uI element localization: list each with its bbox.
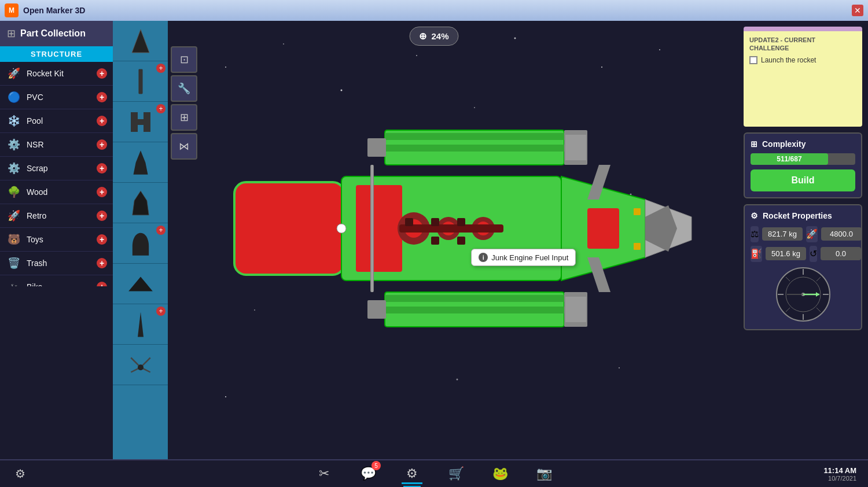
part-item-bike[interactable]: 🚲 Bike + xyxy=(0,275,113,286)
svg-rect-33 xyxy=(565,135,586,160)
rotation-icon: ↺ xyxy=(810,246,817,262)
date-display: 10/7/2021 xyxy=(823,475,856,482)
grid-icon: ⊞ xyxy=(7,27,16,40)
pool-icon: ❄️ xyxy=(6,113,22,129)
rocket-properties-panel: ⚙ Rocket Properties ⚖ 821.7 kg 🚀 4800.0 … xyxy=(744,204,862,330)
part-item-trash[interactable]: 🗑️ Trash + xyxy=(0,252,113,275)
main-area: ⊞ Part Collection STRUCTURE 🚀 Rocket Kit… xyxy=(0,21,868,459)
add-rocket-kit-button[interactable]: + xyxy=(97,68,107,79)
structure-tab[interactable]: STRUCTURE xyxy=(0,46,113,62)
part-item-toys[interactable]: 🐻 Toys + xyxy=(0,228,113,252)
thumb-item-2[interactable]: + xyxy=(113,61,168,102)
svg-rect-54 xyxy=(457,218,465,226)
tools-button[interactable]: ✂ xyxy=(314,463,334,484)
part-item-rocket-kit[interactable]: 🚀 Rocket Kit + xyxy=(0,62,113,86)
part-label-trash: Trash xyxy=(27,259,92,268)
add-pvc-button[interactable]: + xyxy=(97,92,107,102)
thumb-item-5[interactable] xyxy=(113,183,168,223)
rotation-value: 0.0 xyxy=(821,247,861,260)
svg-rect-52 xyxy=(405,218,413,226)
tool-connect[interactable]: ⋈ xyxy=(171,133,197,160)
add-toys-button[interactable]: + xyxy=(97,234,107,245)
thumb-item-9[interactable] xyxy=(113,345,168,385)
time-display: 11:14 AM xyxy=(823,466,856,475)
thumb-add-8[interactable]: + xyxy=(156,307,165,316)
wood-icon: 🌳 xyxy=(6,184,22,200)
taskbar-left: ⚙ xyxy=(12,465,29,482)
add-bike-button[interactable]: + xyxy=(97,282,107,286)
fuel-icon: ⛽ xyxy=(751,246,762,262)
part-label-retro: Retro xyxy=(27,211,92,220)
mass-value: 821.7 kg xyxy=(762,227,803,241)
thumb-add-3[interactable]: + xyxy=(156,104,165,113)
tools-bar: ⊡ 🔧 ⊞ ⋈ xyxy=(171,46,200,160)
thumb-item-6[interactable]: + xyxy=(113,223,168,264)
part-item-nsr[interactable]: ⚙️ NSR + xyxy=(0,133,113,157)
challenge-card: UPDATE2 - CURRENT CHALLENGE Launch the r… xyxy=(744,27,862,127)
svg-rect-36 xyxy=(385,295,564,302)
svg-rect-53 xyxy=(431,218,439,226)
part-label-nsr: NSR xyxy=(27,140,92,149)
zoom-icon: ⊕ xyxy=(419,31,426,42)
add-trash-button[interactable]: + xyxy=(97,258,107,268)
sidebar: ⊞ Part Collection STRUCTURE 🚀 Rocket Kit… xyxy=(0,21,168,459)
fuel-row: ⛽ 501.6 kg ↺ 0.0 xyxy=(751,246,855,262)
thumb-item-1[interactable] xyxy=(113,21,168,61)
part-label-scrap: Scrap xyxy=(27,164,92,173)
part-item-pvc[interactable]: 🔵 PVC + xyxy=(0,86,113,109)
add-retro-button[interactable]: + xyxy=(97,211,107,221)
challenge-checkbox[interactable] xyxy=(749,56,757,64)
parts-list: 🚀 Rocket Kit + 🔵 PVC + ❄️ Pool + xyxy=(0,62,113,286)
title-bar: M Open Marker 3D ✕ xyxy=(0,0,868,21)
build-button[interactable]: Build xyxy=(751,169,855,191)
add-nsr-button[interactable]: + xyxy=(97,139,107,150)
svg-rect-63 xyxy=(587,208,619,249)
thumb-add-2[interactable]: + xyxy=(156,64,165,73)
zoom-level: 24% xyxy=(431,31,448,41)
settings-button[interactable]: ⚙ xyxy=(12,465,29,482)
complexity-bar-background: 511/687 xyxy=(751,153,855,165)
part-item-wood[interactable]: 🌳 Wood + xyxy=(0,180,113,204)
retro-icon: 🚀 xyxy=(6,208,22,224)
add-pool-button[interactable]: + xyxy=(97,116,107,126)
thumb-item-7[interactable] xyxy=(113,264,168,304)
active-underline xyxy=(402,482,422,484)
nsr-icon: ⚙️ xyxy=(6,136,22,153)
tooltip: i Junk Engine Fuel Input xyxy=(471,249,576,266)
info-icon: i xyxy=(479,253,488,262)
svg-rect-31 xyxy=(385,145,564,152)
tool-select[interactable]: ⊡ xyxy=(171,46,197,73)
close-button[interactable]: ✕ xyxy=(852,5,863,16)
scrap-icon: ⚙️ xyxy=(6,160,22,176)
thumb-add-6[interactable]: + xyxy=(156,226,165,235)
trash-icon: 🗑️ xyxy=(6,255,22,271)
svg-rect-39 xyxy=(565,297,586,322)
rocket-properties-header: ⚙ Rocket Properties xyxy=(751,211,855,220)
thumb-item-4[interactable] xyxy=(113,142,168,183)
svg-rect-1 xyxy=(138,69,142,94)
challenge-task: Launch the rocket xyxy=(749,56,856,64)
add-scrap-button[interactable]: + xyxy=(97,163,107,174)
achievements-button[interactable]: 🐸 xyxy=(490,463,510,484)
camera-button[interactable]: 📷 xyxy=(534,463,554,484)
thumb-item-3[interactable]: + xyxy=(113,102,168,142)
part-item-scrap[interactable]: ⚙️ Scrap + xyxy=(0,157,113,180)
shop-button[interactable]: 🛒 xyxy=(446,463,466,484)
svg-rect-34 xyxy=(367,138,386,157)
thumb-item-8[interactable]: + xyxy=(113,304,168,345)
tool-wrench[interactable]: 🔧 xyxy=(171,75,197,102)
add-wood-button[interactable]: + xyxy=(97,187,107,197)
part-item-pool[interactable]: ❄️ Pool + xyxy=(0,109,113,133)
part-label-toys: Toys xyxy=(27,235,92,244)
pvc-icon: 🔵 xyxy=(6,89,22,105)
svg-rect-59 xyxy=(634,208,641,215)
part-item-retro[interactable]: 🚀 Retro + xyxy=(0,204,113,228)
app-title: Open Marker 3D xyxy=(23,6,85,15)
upgrade-button[interactable]: ⚙ xyxy=(402,463,422,484)
chat-button[interactable]: 💬 5 xyxy=(358,463,378,484)
tooltip-text: Junk Engine Fuel Input xyxy=(491,253,568,262)
mass-icon: ⚖ xyxy=(751,226,759,242)
tool-frame[interactable]: ⊞ xyxy=(171,104,197,131)
part-label-rocket-kit: Rocket Kit xyxy=(27,69,92,78)
rocket-canvas[interactable]: i Junk Engine Fuel Input xyxy=(197,21,735,459)
